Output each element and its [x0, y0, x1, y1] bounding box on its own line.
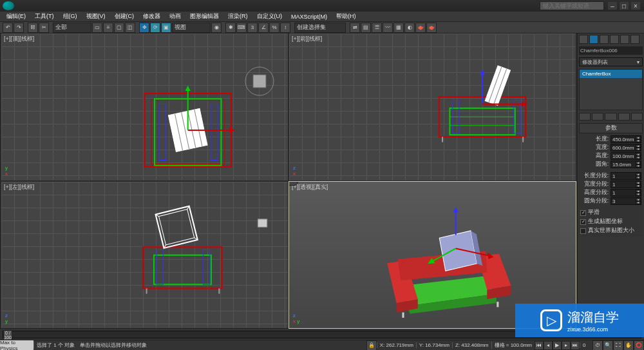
select-region-button[interactable]: ▢: [114, 23, 124, 33]
current-frame-field[interactable]: 0: [580, 342, 592, 348]
nav-zoom-all-button[interactable]: ⛶: [613, 340, 623, 351]
remove-modifier-button[interactable]: [618, 113, 630, 121]
selection-lock-button[interactable]: 🔒: [366, 340, 377, 351]
show-end-result-button[interactable]: [592, 113, 603, 121]
utilities-tab[interactable]: [630, 35, 639, 44]
next-frame-button[interactable]: ▸: [562, 341, 571, 350]
mirror-button[interactable]: ⇄: [350, 23, 360, 33]
height-seg-spinner[interactable]: 1▴▾: [611, 189, 641, 197]
menu-maxscript[interactable]: MAXScript(M): [287, 14, 331, 20]
menu-help[interactable]: 帮助(H): [332, 12, 360, 21]
display-tab[interactable]: [620, 35, 629, 44]
menu-tools[interactable]: 工具(T): [31, 12, 58, 21]
undo-button[interactable]: ↶: [3, 23, 13, 33]
unlink-button[interactable]: ✂: [39, 23, 49, 33]
x-coord[interactable]: X: 262.719mm: [377, 342, 416, 348]
viewport-top[interactable]: [+][顶][线框] yx: [1, 34, 288, 180]
viewport-left[interactable]: [+][左][线框] zy: [1, 182, 288, 329]
curve-editor-button[interactable]: 〰: [383, 23, 393, 33]
maxscript-listener-label[interactable]: Max to Physics: [0, 340, 33, 350]
fillet-seg-spinner[interactable]: 3▴▾: [611, 197, 641, 205]
menu-create[interactable]: 创建(C): [111, 12, 138, 21]
redo-button[interactable]: ↷: [14, 23, 24, 33]
app-logo: [3, 1, 14, 10]
close-button[interactable]: ×: [631, 2, 640, 10]
menu-animation[interactable]: 动画: [166, 12, 185, 21]
menu-customize[interactable]: 自定义(U): [253, 12, 287, 21]
height-spinner[interactable]: 100.0mm▴▾: [611, 152, 641, 160]
configure-sets-button[interactable]: [631, 113, 643, 121]
maximize-button[interactable]: □: [620, 2, 629, 10]
time-config-button[interactable]: ⏱: [592, 340, 603, 351]
material-editor-button[interactable]: ◐: [404, 23, 415, 33]
hierarchy-tab[interactable]: [600, 35, 609, 44]
prev-frame-button[interactable]: ◂: [544, 341, 553, 350]
real-world-checkbox[interactable]: 真实世界贴图大小: [580, 226, 641, 235]
width-spinner[interactable]: 600.0mm▴▾: [611, 144, 641, 151]
align-button[interactable]: ▤: [361, 23, 371, 33]
link-button[interactable]: ⛓: [28, 23, 38, 33]
width-seg-spinner[interactable]: 1▴▾: [611, 180, 641, 188]
menu-views[interactable]: 视图(V): [82, 12, 109, 21]
object-name-field[interactable]: ChamferBox006: [579, 46, 643, 55]
minimize-button[interactable]: –: [608, 2, 617, 10]
viewport-label-front[interactable]: [+][前][线框]: [292, 35, 322, 43]
schematic-button[interactable]: ▦: [393, 23, 404, 33]
render-setup-button[interactable]: 🫖: [415, 23, 426, 33]
spinner-snap-button[interactable]: ↕: [280, 23, 290, 33]
z-coord[interactable]: Z: 432.408mm: [452, 342, 491, 348]
nav-zoom-button[interactable]: 🔍: [603, 340, 613, 351]
motion-tab[interactable]: [610, 35, 619, 44]
pivot-button[interactable]: ◉: [211, 23, 222, 33]
menu-edit[interactable]: 编辑(E): [3, 12, 30, 21]
params-rollout-header[interactable]: 参数: [579, 123, 643, 133]
refcoord-dropdown[interactable]: 视图: [172, 23, 211, 33]
nav-orbit-button[interactable]: ⭕: [634, 340, 644, 351]
length-spinner[interactable]: 450.0mm▴▾: [611, 135, 641, 143]
viewport-label-persp[interactable]: [+][透视][真实]: [292, 183, 328, 191]
render-button[interactable]: 🫖: [426, 23, 437, 33]
goto-end-button[interactable]: ⏭: [571, 341, 580, 350]
keyboard-shortcut-button[interactable]: ⌨: [236, 23, 247, 33]
modifier-item-chamferbox[interactable]: ChamferBox: [580, 70, 642, 78]
nav-pan-button[interactable]: ✋: [623, 340, 634, 351]
select-scale-button[interactable]: ▣: [161, 23, 171, 33]
create-tab[interactable]: [579, 35, 588, 44]
viewcube[interactable]: [244, 66, 275, 97]
y-coord[interactable]: Y: 16.734mm: [416, 342, 452, 348]
selection-filter-dropdown[interactable]: 全部: [53, 23, 91, 33]
select-rotate-button[interactable]: ⟳: [150, 23, 160, 33]
percent-snap-button[interactable]: %: [269, 23, 279, 33]
smooth-checkbox[interactable]: ✓平滑: [580, 208, 641, 217]
goto-start-button[interactable]: ⏮: [535, 341, 544, 350]
snap-toggle-button[interactable]: 3: [247, 23, 258, 33]
selection-status: 选择了 1 个 对象: [33, 342, 77, 349]
window-crossing-button[interactable]: ◫: [125, 23, 135, 33]
pin-stack-button[interactable]: [579, 113, 591, 121]
modifier-list-dropdown[interactable]: 修改器列表▾: [579, 57, 643, 66]
fillet-spinner[interactable]: 15.0mm▴▾: [611, 160, 641, 168]
menu-modifiers[interactable]: 修改器: [139, 12, 164, 21]
make-unique-button[interactable]: [605, 113, 616, 121]
play-button[interactable]: ▶: [553, 341, 562, 350]
modifier-stack[interactable]: ChamferBox: [579, 69, 643, 110]
length-seg-spinner[interactable]: 1▴▾: [611, 172, 641, 180]
select-by-name-button[interactable]: ≡: [103, 23, 113, 33]
gen-uv-checkbox[interactable]: ✓生成贴图坐标: [580, 217, 641, 226]
time-slider-marker[interactable]: 0 / 100: [3, 330, 12, 340]
play-icon: ▷: [540, 309, 562, 331]
menu-group[interactable]: 组(G): [59, 12, 81, 21]
modify-tab[interactable]: [589, 35, 598, 44]
manipulate-button[interactable]: ✱: [225, 23, 236, 33]
select-move-button[interactable]: ✥: [139, 23, 149, 33]
viewport-front[interactable]: [+][前][线框] zx: [289, 34, 576, 180]
viewport-label-left[interactable]: [+][左][线框]: [4, 183, 34, 191]
angle-snap-button[interactable]: ∠: [258, 23, 269, 33]
select-button[interactable]: ▭: [92, 23, 102, 33]
help-search-input[interactable]: [540, 1, 604, 10]
menu-grapheditors[interactable]: 图形编辑器: [186, 12, 223, 21]
named-selset-dropdown[interactable]: 创建选择集: [294, 23, 346, 33]
menu-rendering[interactable]: 渲染(R): [224, 12, 252, 21]
viewport-label-top[interactable]: [+][顶][线框]: [4, 35, 34, 43]
layers-button[interactable]: ☰: [372, 23, 382, 33]
